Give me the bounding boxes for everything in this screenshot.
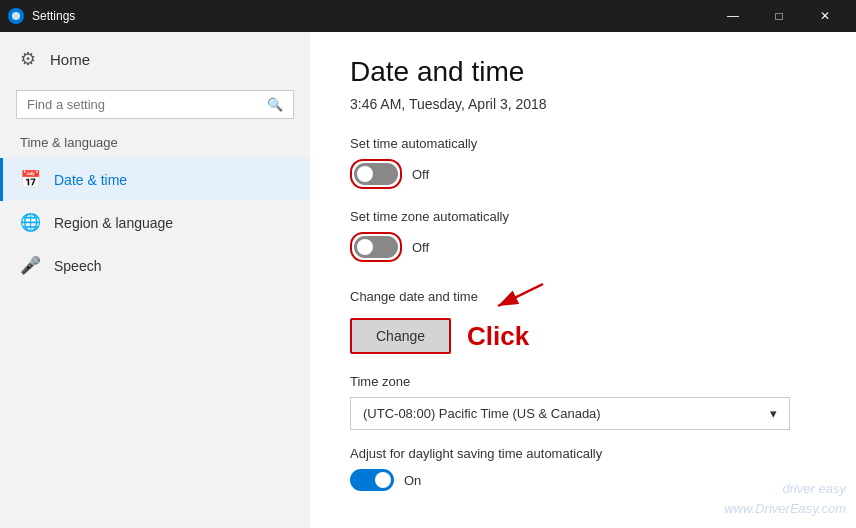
maximize-button[interactable]: □ — [756, 0, 802, 32]
click-label: Click — [467, 321, 529, 352]
chevron-down-icon: ▾ — [770, 406, 777, 421]
auto-timezone-toggle-highlight — [350, 232, 402, 262]
auto-time-label: Set time automatically — [350, 136, 816, 151]
close-button[interactable]: ✕ — [802, 0, 848, 32]
content-area: Date and time 3:46 AM, Tuesday, April 3,… — [310, 32, 856, 528]
search-box[interactable]: 🔍 — [16, 90, 294, 119]
minimize-button[interactable]: — — [710, 0, 756, 32]
timezone-label: Time zone — [350, 374, 816, 389]
daylight-state: On — [404, 473, 421, 488]
daylight-toggle[interactable] — [350, 469, 394, 491]
home-icon: ⚙ — [20, 48, 36, 70]
change-date-text: Change date and time — [350, 289, 478, 304]
sidebar-item-speech-label: Speech — [54, 258, 101, 274]
svg-line-2 — [498, 284, 543, 306]
home-label: Home — [50, 51, 90, 68]
search-input[interactable] — [27, 97, 259, 112]
speech-icon: 🎤 — [20, 255, 40, 276]
region-icon: 🌐 — [20, 212, 40, 233]
search-icon: 🔍 — [267, 97, 283, 112]
timezone-section: Time zone (UTC-08:00) Pacific Time (US &… — [350, 374, 816, 430]
current-datetime: 3:46 AM, Tuesday, April 3, 2018 — [350, 96, 816, 112]
auto-time-toggle-highlight — [350, 159, 402, 189]
svg-point-0 — [12, 12, 20, 20]
red-arrow-icon — [488, 282, 548, 310]
auto-timezone-label: Set time zone automatically — [350, 209, 816, 224]
auto-time-row: Set time automatically Off — [350, 136, 816, 189]
titlebar-left: Settings — [8, 8, 75, 24]
titlebar-controls: — □ ✕ — [710, 0, 848, 32]
sidebar-item-date-time[interactable]: 📅 Date & time — [0, 158, 310, 201]
auto-time-toggle-wrapper: Off — [350, 159, 816, 189]
sidebar-item-date-time-label: Date & time — [54, 172, 127, 188]
titlebar-title: Settings — [32, 9, 75, 23]
sidebar-item-region-language[interactable]: 🌐 Region & language — [0, 201, 310, 244]
page-title: Date and time — [350, 56, 816, 88]
auto-time-toggle[interactable] — [354, 163, 398, 185]
auto-time-toggle-thumb — [357, 166, 373, 182]
change-btn-row: Change Click — [350, 318, 816, 354]
settings-app-icon — [8, 8, 24, 24]
daylight-toggle-thumb — [375, 472, 391, 488]
change-btn-outline: Change — [350, 318, 451, 354]
sidebar-item-region-label: Region & language — [54, 215, 173, 231]
daylight-toggle-wrapper: On — [350, 469, 816, 491]
daylight-section: Adjust for daylight saving time automati… — [350, 446, 816, 491]
auto-timezone-toggle-track — [354, 236, 398, 258]
sidebar: ⚙ Home 🔍 Time & language 📅 Date & time 🌐… — [0, 32, 310, 528]
change-button[interactable]: Change — [352, 320, 449, 352]
daylight-toggle-track — [350, 469, 394, 491]
change-date-section: Change date and time Change Click — [350, 282, 816, 354]
timezone-select[interactable]: (UTC-08:00) Pacific Time (US & Canada) ▾ — [350, 397, 790, 430]
titlebar: Settings — □ ✕ — [0, 0, 856, 32]
date-time-icon: 📅 — [20, 169, 40, 190]
timezone-value: (UTC-08:00) Pacific Time (US & Canada) — [363, 406, 601, 421]
auto-timezone-state: Off — [412, 240, 429, 255]
change-date-label: Change date and time — [350, 282, 816, 310]
sidebar-item-speech[interactable]: 🎤 Speech — [0, 244, 310, 287]
daylight-label: Adjust for daylight saving time automati… — [350, 446, 816, 461]
auto-time-toggle-track — [354, 163, 398, 185]
auto-timezone-row: Set time zone automatically Off — [350, 209, 816, 262]
auto-timezone-toggle-thumb — [357, 239, 373, 255]
app-body: ⚙ Home 🔍 Time & language 📅 Date & time 🌐… — [0, 32, 856, 528]
auto-timezone-toggle[interactable] — [354, 236, 398, 258]
sidebar-item-home[interactable]: ⚙ Home — [0, 32, 310, 86]
sidebar-section-label: Time & language — [0, 131, 310, 158]
auto-time-state: Off — [412, 167, 429, 182]
auto-timezone-toggle-wrapper: Off — [350, 232, 816, 262]
